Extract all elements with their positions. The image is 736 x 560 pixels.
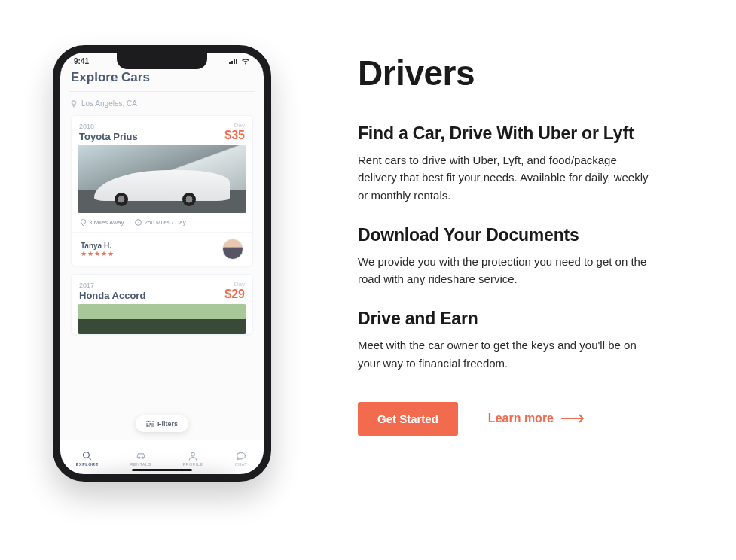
phone-frame: 9:41 Explore Cars Los Angeles, CA 2018 <box>53 45 271 482</box>
tab-bar: Explore Rentals Profile Chat <box>60 440 264 474</box>
car-card-2[interactable]: 2017 Honda Accord Day $29 <box>71 274 253 335</box>
status-signal-icons <box>229 59 250 65</box>
main-heading: Drivers <box>358 53 706 93</box>
price-period-label: Day <box>224 281 245 288</box>
car-year: 2017 <box>79 282 145 289</box>
section-title: Find a Car, Drive With Uber or Lyft <box>358 123 706 144</box>
chat-icon <box>234 451 248 461</box>
tab-explore[interactable]: Explore <box>76 451 99 467</box>
tab-label: Chat <box>235 462 248 467</box>
car-image <box>78 145 246 213</box>
mile-allowance: 250 Miles / Day <box>135 219 186 226</box>
actions-row: Get Started Learn more <box>358 402 706 436</box>
owner-row: Tanya H. ★★★★★ <box>72 232 252 266</box>
location-row[interactable]: Los Angeles, CA <box>71 99 253 108</box>
feature-section-2: Download Your Documents We provide you w… <box>358 225 706 288</box>
filters-label: Filters <box>157 420 178 428</box>
section-body: We provide you with the protection you n… <box>358 253 652 288</box>
svg-point-4 <box>191 452 195 456</box>
car-price: $35 <box>224 129 245 142</box>
user-icon <box>186 451 200 461</box>
tab-rentals[interactable]: Rentals <box>130 451 151 467</box>
tab-chat[interactable]: Chat <box>234 451 248 467</box>
tab-profile[interactable]: Profile <box>182 451 203 467</box>
content-column: Drivers Find a Car, Drive With Uber or L… <box>324 0 736 560</box>
owner-avatar <box>222 239 243 260</box>
car-image <box>78 304 246 334</box>
sliders-icon <box>146 421 154 427</box>
car-year: 2018 <box>79 123 138 130</box>
pin-icon <box>81 219 86 226</box>
learn-more-link[interactable]: Learn more <box>488 412 585 425</box>
car-icon <box>134 451 148 461</box>
section-body: Rent cars to drive with Uber, Lyft, and … <box>358 151 652 204</box>
search-icon <box>81 451 94 461</box>
tab-label: Rentals <box>130 462 151 467</box>
car-card-1[interactable]: 2018 Toyota Prius Day $35 <box>71 115 253 266</box>
pin-icon <box>71 100 77 108</box>
location-text: Los Angeles, CA <box>81 99 137 108</box>
svg-point-1 <box>83 452 89 458</box>
section-title: Download Your Documents <box>358 225 706 245</box>
app-content: Explore Cars Los Angeles, CA 2018 Toyota… <box>60 65 264 335</box>
card-header: 2018 Toyota Prius Day $35 <box>72 116 252 145</box>
car-price: $29 <box>224 288 245 301</box>
phone-mockup-column: 9:41 Explore Cars Los Angeles, CA 2018 <box>0 0 324 560</box>
feature-section-3: Drive and Earn Meet with the car owner t… <box>358 309 706 372</box>
owner-name: Tanya H. <box>81 242 115 250</box>
car-meta-row: 3 Miles Away 250 Miles / Day <box>72 213 252 232</box>
home-indicator <box>132 469 192 471</box>
learn-more-text: Learn more <box>488 412 554 425</box>
car-model: Toyota Prius <box>79 131 138 142</box>
phone-notch <box>117 53 207 69</box>
price-period-label: Day <box>224 122 245 129</box>
section-title: Drive and Earn <box>358 309 706 329</box>
status-time: 9:41 <box>74 57 89 65</box>
page-title: Explore Cars <box>71 70 253 85</box>
feature-section-1: Find a Car, Drive With Uber or Lyft Rent… <box>358 123 706 204</box>
phone-screen: 9:41 Explore Cars Los Angeles, CA 2018 <box>60 53 264 474</box>
card-header: 2017 Honda Accord Day $29 <box>72 275 252 304</box>
owner-rating: ★★★★★ <box>81 250 115 257</box>
section-body: Meet with the car owner to get the keys … <box>358 336 652 372</box>
tab-label: Profile <box>182 462 203 467</box>
get-started-button[interactable]: Get Started <box>358 402 458 436</box>
filters-button[interactable]: Filters <box>136 415 188 432</box>
gauge-icon <box>135 219 142 226</box>
distance-away: 3 Miles Away <box>81 219 124 226</box>
car-model: Honda Accord <box>79 290 145 301</box>
divider <box>69 91 255 92</box>
tab-label: Explore <box>76 462 99 467</box>
arrow-right-icon <box>561 414 585 423</box>
